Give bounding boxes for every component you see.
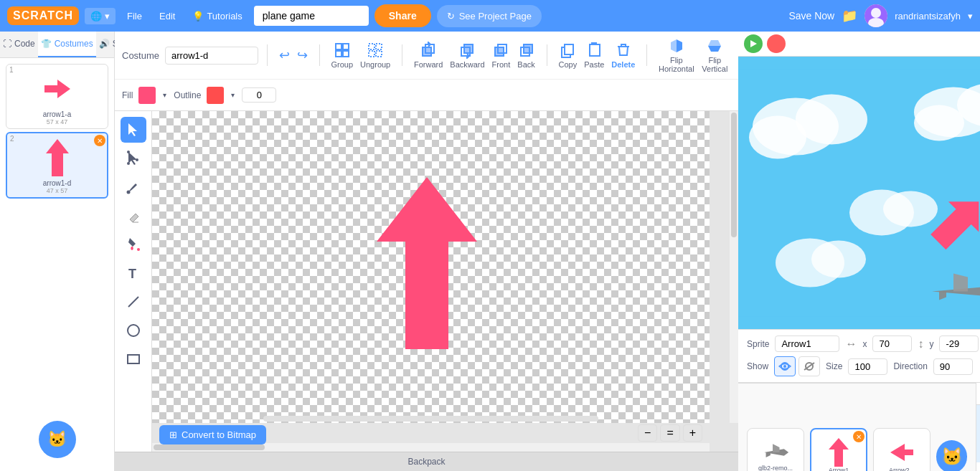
list-item[interactable]: glb2-remo... (747, 428, 804, 471)
folder-button[interactable]: 📁 (842, 8, 857, 24)
costume-size-label: 47 x 57 (10, 187, 104, 194)
backpack-bar[interactable]: Backpack (115, 452, 738, 471)
stage-column-header: Stage (976, 383, 980, 405)
project-name-input[interactable] (254, 6, 369, 26)
globe-icon: 🌐 (90, 11, 102, 22)
stop-button[interactable] (767, 34, 786, 53)
brush-tool-button[interactable] (121, 174, 146, 200)
arrow-sprite (355, 170, 499, 356)
outline-color-swatch[interactable] (207, 87, 224, 104)
line-tool-button[interactable] (121, 289, 146, 315)
sprite-name-input[interactable] (775, 336, 839, 352)
fill-tool-button[interactable] (121, 232, 146, 257)
text-tool-button[interactable]: T (121, 260, 146, 286)
svg-point-50 (811, 241, 866, 278)
hide-sprite-button[interactable] (798, 356, 820, 376)
y-coord-input[interactable] (939, 336, 979, 352)
group-button[interactable]: Group (328, 39, 356, 72)
costume-thumbnail (10, 136, 104, 179)
costume-name-label: arrow1-d (10, 179, 104, 187)
costume-label: Costume (122, 50, 159, 61)
undo-button[interactable]: ↩ (276, 44, 293, 66)
back-button[interactable]: Back (514, 39, 537, 72)
green-flag-button[interactable] (744, 34, 763, 53)
tutorials-label: Tutorials (207, 11, 242, 22)
flip-vertical-button[interactable]: Flip Vertical (699, 34, 731, 76)
svg-point-24 (127, 151, 130, 153)
see-project-button[interactable]: ↻ See Project Page (437, 5, 542, 27)
scrollbar-thumb-vertical[interactable] (731, 113, 737, 237)
svg-rect-5 (336, 51, 341, 57)
delete-sprite-button[interactable]: ✕ (853, 431, 864, 442)
svg-point-39 (749, 116, 806, 159)
outline-value-input[interactable] (242, 87, 276, 103)
airplane-thumbnail (761, 442, 790, 463)
tabs-row: ⛶ Code 👕 Costumes 🔊 Sounds (0, 32, 114, 58)
tutorials-button[interactable]: 💡 Tutorials (187, 8, 248, 24)
file-menu-button[interactable]: File (121, 8, 148, 24)
convert-bitmap-label: Convert to Bitmap (182, 429, 256, 440)
stage-controls (738, 32, 980, 57)
divider (402, 44, 402, 66)
list-item[interactable]: 1 arrow1-a 57 x 47 (6, 64, 108, 129)
svg-point-42 (914, 105, 964, 141)
delete-button[interactable]: Delete (608, 39, 638, 72)
svg-marker-22 (128, 123, 137, 136)
front-button[interactable]: Front (489, 39, 514, 72)
add-sprite-button[interactable]: 🐱 (936, 440, 967, 471)
delete-costume-button[interactable]: ✕ (94, 135, 105, 146)
save-now-button[interactable]: Save Now (788, 10, 834, 22)
drawing-canvas[interactable] (152, 111, 701, 414)
scrollbar-thumb-horizontal[interactable] (154, 444, 265, 450)
list-item[interactable]: 2 ✕ arrow1-d 47 x 57 (6, 132, 108, 199)
vertical-scrollbar[interactable] (730, 111, 738, 423)
direction-input[interactable] (933, 358, 973, 375)
circle-tool-button[interactable] (121, 318, 146, 343)
convert-bitmap-button[interactable]: ⊞ Convert to Bitmap (159, 425, 266, 444)
select-tool-button[interactable] (121, 117, 146, 143)
backward-button[interactable]: Backward (447, 39, 487, 72)
show-sprite-button[interactable] (774, 356, 796, 376)
paste-button[interactable]: Paste (581, 39, 607, 72)
sprite-name: glb2-remo... (758, 465, 793, 471)
costume-name-input[interactable] (165, 47, 258, 65)
language-button[interactable]: 🌐 ▾ (85, 8, 116, 24)
svg-rect-31 (128, 355, 139, 363)
redo-button[interactable]: ↪ (294, 44, 311, 66)
undo-redo-group: ↩ ↪ (276, 44, 311, 66)
flip-horizontal-button[interactable]: Flip Horizontal (656, 34, 697, 76)
tab-code[interactable]: ⛶ Code (0, 32, 38, 57)
zoom-reset-button[interactable]: = (660, 424, 679, 442)
x-coord-input[interactable] (872, 336, 912, 352)
fill-color-swatch[interactable] (138, 87, 156, 104)
add-costume-area: 🐱 (0, 408, 114, 471)
stage-background (738, 57, 980, 329)
avatar[interactable] (864, 4, 887, 27)
ungroup-button[interactable]: Ungroup (357, 39, 393, 72)
svg-point-38 (796, 95, 867, 145)
tab-costumes[interactable]: 👕 Costumes (38, 32, 96, 57)
list-item[interactable]: ✕ Arrow1 (810, 428, 867, 471)
forward-button[interactable]: Forward (411, 39, 446, 72)
zoom-in-button[interactable]: + (683, 424, 702, 442)
scratch-logo[interactable]: SCRATCH (7, 6, 79, 25)
sprite-info-panel: Sprite ↔ x ↕ y Show (738, 329, 980, 382)
fill-color-dropdown[interactable]: ▾ (161, 91, 168, 99)
copy-button[interactable]: Copy (555, 39, 580, 72)
reshape-tool-button[interactable] (121, 146, 146, 171)
fill-outline-toolbar: Fill ▾ Outline ▾ (115, 80, 738, 111)
divider (267, 44, 268, 66)
size-input[interactable] (848, 358, 887, 375)
edit-menu-button[interactable]: Edit (154, 8, 181, 24)
user-menu-arrow[interactable]: ▾ (968, 11, 973, 22)
svg-point-30 (128, 325, 139, 336)
stage-backdrop-thumbnail[interactable] (976, 405, 980, 462)
rect-tool-button[interactable] (121, 346, 146, 372)
outline-color-dropdown[interactable]: ▾ (230, 91, 236, 99)
zoom-out-button[interactable]: − (638, 424, 657, 442)
share-button[interactable]: Share (374, 4, 431, 27)
sprite-info-row: Sprite ↔ x ↕ y (747, 336, 980, 352)
list-item[interactable]: Arrow2... (873, 428, 930, 471)
add-costume-button[interactable]: 🐱 (39, 421, 76, 458)
eraser-tool-button[interactable] (121, 203, 146, 229)
